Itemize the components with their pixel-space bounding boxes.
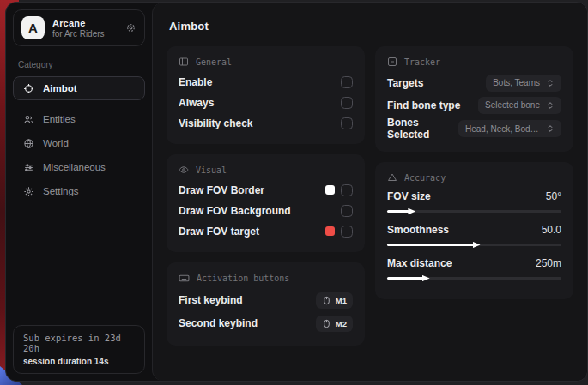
- main-panel: Aimbot General Enable: [152, 3, 587, 381]
- setting-row-targets: Targets Bots, Teams: [387, 72, 561, 93]
- setting-row-bones-selected: Bones Selected Head, Neck, Body, Pe...: [387, 117, 561, 141]
- setting-row-fov-size: FOV size 50°: [387, 188, 561, 213]
- triangle-icon: [387, 172, 397, 183]
- general-card: General Enable Always Visibility check: [167, 46, 365, 144]
- app-name: Arcane: [52, 18, 105, 28]
- setting-label: Draw FOV target: [179, 226, 259, 238]
- setting-row-visibility-check: Visibility check: [179, 113, 353, 133]
- always-checkbox[interactable]: [341, 97, 353, 109]
- enable-checkbox[interactable]: [341, 76, 353, 88]
- setting-label: Bones Selected: [387, 117, 458, 141]
- session-duration: session duration 14s: [23, 357, 135, 366]
- setting-row-max-distance: Max distance 250m: [387, 255, 561, 280]
- fov-border-color-swatch[interactable]: [325, 185, 335, 195]
- fov-size-value: 50°: [546, 190, 561, 202]
- left-column: General Enable Always Visibility check: [167, 46, 365, 346]
- setting-label: Draw FOV Border: [179, 184, 264, 196]
- fov-target-color-swatch[interactable]: [325, 226, 335, 236]
- slider-thumb[interactable]: [473, 241, 481, 249]
- setting-row-draw-fov-target: Draw FOV target: [179, 221, 353, 241]
- activation-card: Activation buttons First keybind M1: [167, 262, 365, 346]
- dropdown-value: Head, Neck, Body, Pe...: [465, 124, 540, 134]
- keyboard-icon: [179, 273, 190, 284]
- card-title: General: [196, 57, 232, 67]
- visual-card-header: Visual: [179, 165, 353, 175]
- setting-label: Smoothness: [387, 224, 449, 236]
- entities-icon: [22, 114, 34, 125]
- globe-icon: [22, 138, 34, 149]
- tracker-card: Tracker Targets Bots, Teams: [375, 46, 573, 152]
- dropdown-value: Bots, Teams: [493, 78, 540, 87]
- draw-fov-target-checkbox[interactable]: [341, 226, 353, 238]
- second-keybind-button[interactable]: M2: [316, 316, 353, 332]
- setting-label: Second keybind: [179, 317, 258, 329]
- slider-thumb[interactable]: [408, 208, 415, 215]
- bones-selected-dropdown[interactable]: Head, Neck, Body, Pe...: [458, 120, 561, 137]
- card-title: Tracker: [404, 57, 440, 67]
- app-window: A Arcane for Arc Riders Category: [5, 2, 588, 382]
- targets-dropdown[interactable]: Bots, Teams: [486, 75, 561, 92]
- max-distance-slider[interactable]: [387, 277, 561, 280]
- setting-label: Visibility check: [179, 117, 253, 129]
- card-title: Visual: [196, 165, 227, 175]
- tracker-card-header: Tracker: [387, 57, 561, 67]
- chevron-up-down-icon: [546, 79, 555, 87]
- setting-label: Enable: [179, 76, 212, 88]
- setting-label: Find bone type: [387, 99, 460, 111]
- category-label: Category: [18, 60, 140, 69]
- right-column: Tracker Targets Bots, Teams: [375, 46, 573, 299]
- crosshair-icon: [22, 83, 34, 94]
- general-card-header: General: [179, 57, 353, 67]
- gear-icon: [22, 186, 34, 197]
- sidebar-item-label: Aimbot: [43, 83, 77, 93]
- sidebar-nav: Aimbot Entities: [13, 76, 145, 203]
- setting-row-second-keybind: Second keybind M2: [179, 312, 353, 334]
- app-logo-card: A Arcane for Arc Riders: [13, 9, 145, 46]
- setting-row-draw-fov-border: Draw FOV Border: [179, 180, 353, 200]
- sidebar-item-settings[interactable]: Settings: [13, 179, 145, 203]
- setting-label: Draw FOV Background: [179, 205, 291, 217]
- app-subtitle: for Arc Riders: [52, 29, 105, 39]
- eye-icon: [179, 165, 189, 175]
- sidebar-item-world[interactable]: World: [13, 131, 145, 155]
- activation-card-header: Activation buttons: [179, 273, 353, 284]
- sidebar-item-label: Entities: [43, 114, 76, 124]
- sidebar-item-miscellaneous[interactable]: Miscellaneous: [13, 155, 145, 179]
- sidebar-item-label: Miscellaneous: [43, 162, 106, 172]
- subscription-expiry: Sub expires in 23d 20h: [23, 333, 135, 353]
- sidebar-item-entities[interactable]: Entities: [13, 107, 145, 131]
- setting-label: FOV size: [387, 190, 431, 202]
- smoothness-value: 50.0: [542, 224, 561, 236]
- find-bone-type-dropdown[interactable]: Selected bone: [478, 97, 561, 114]
- accuracy-card: Accuracy FOV size 50°: [375, 162, 573, 299]
- refresh-gear-icon[interactable]: [125, 22, 136, 33]
- draw-fov-background-checkbox[interactable]: [341, 205, 353, 217]
- draw-fov-border-checkbox[interactable]: [341, 184, 353, 196]
- sidebar-item-label: World: [43, 138, 69, 148]
- setting-label: Max distance: [387, 257, 452, 269]
- card-title: Activation buttons: [197, 274, 289, 283]
- sidebar-item-aimbot[interactable]: Aimbot: [13, 76, 145, 100]
- setting-row-draw-fov-background: Draw FOV Background: [179, 201, 353, 220]
- sidebar: A Arcane for Arc Riders Category: [6, 3, 152, 381]
- keybind-value: M1: [336, 296, 347, 305]
- chevron-up-down-icon: [546, 124, 555, 133]
- dropdown-value: Selected bone: [485, 100, 540, 110]
- first-keybind-button[interactable]: M1: [316, 292, 353, 309]
- fov-size-slider[interactable]: [387, 210, 561, 213]
- mouse-icon: [322, 319, 331, 328]
- keybind-value: M2: [336, 319, 347, 328]
- accuracy-card-header: Accuracy: [387, 172, 561, 183]
- slider-thumb[interactable]: [422, 274, 430, 282]
- sidebar-item-label: Settings: [43, 186, 79, 196]
- max-distance-value: 250m: [536, 257, 561, 269]
- setting-label: Targets: [387, 77, 423, 89]
- setting-row-find-bone-type: Find bone type Selected bone: [387, 94, 561, 116]
- visibility-check-checkbox[interactable]: [341, 117, 353, 129]
- columns-icon: [179, 57, 189, 67]
- smoothness-slider[interactable]: [387, 244, 561, 246]
- square-minus-icon: [387, 57, 397, 67]
- setting-row-enable: Enable: [179, 72, 353, 92]
- setting-row-always: Always: [179, 93, 353, 112]
- app-logo: A: [21, 16, 45, 39]
